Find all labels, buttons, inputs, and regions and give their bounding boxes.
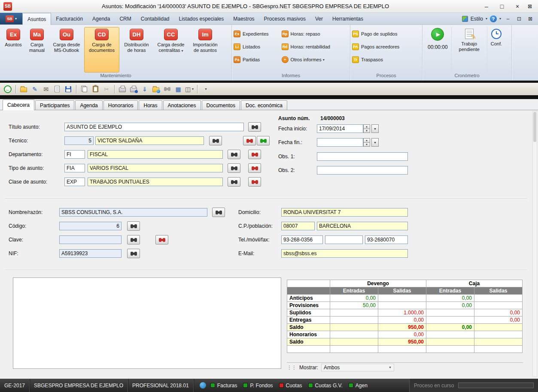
mostrar-select[interactable]: Ambos ▼ <box>321 364 394 371</box>
cronometro-start-button[interactable]: ▶ 00:00:00 <box>424 27 452 72</box>
edit-record-button[interactable]: ✎ <box>30 84 40 94</box>
tecnico-search-green-button[interactable] <box>257 136 270 145</box>
tab-doc-economica[interactable]: Doc. económica <box>241 100 287 110</box>
paste-button[interactable] <box>90 84 100 94</box>
telefono-input[interactable] <box>281 235 323 244</box>
maximize-button[interactable]: □ <box>494 3 510 10</box>
ribbon-importacion-asuntos-button[interactable]: Im Importación de asuntos <box>188 27 222 72</box>
menu-tab-maestros[interactable]: Maestros <box>228 13 259 24</box>
horas-repaso-button[interactable]: Rp Horas: repaso <box>282 30 348 38</box>
menu-tab-listados-especiales[interactable]: Listados especiales <box>174 13 228 24</box>
departamento-nombre-input[interactable] <box>88 150 223 159</box>
fecha-fin-input[interactable] <box>317 138 363 147</box>
otros-informes-button[interactable]: + Otros informes ▾ <box>282 55 348 64</box>
mdi-restore-button[interactable]: ⊡ <box>515 16 523 22</box>
horas-rentabilidad-button[interactable]: Rd Horas: rentabilidad <box>282 42 348 51</box>
clase-search-red-button[interactable] <box>248 177 261 187</box>
indicator-cuotas-gv[interactable]: Cuotas G.V. <box>308 383 343 389</box>
close-button[interactable]: × <box>510 3 525 10</box>
menu-tab-herramientas[interactable]: Herramientas <box>328 13 368 24</box>
departamento-search-button[interactable] <box>228 150 240 159</box>
departamento-codigo-input[interactable] <box>64 150 85 159</box>
tecnico-search-button[interactable] <box>209 136 222 145</box>
connection-icon[interactable] <box>200 382 206 389</box>
window-layout-button[interactable]: ◫▾ <box>184 84 195 94</box>
app-menu-button[interactable]: SB ▾ <box>0 13 22 24</box>
search-folder-button[interactable] <box>151 84 161 94</box>
indicator-agenda[interactable]: Agen <box>349 383 368 389</box>
scrollbar-thumb[interactable] <box>533 112 536 142</box>
poblacion-input[interactable] <box>317 222 408 230</box>
titulo-search-button[interactable] <box>248 122 261 132</box>
ribbon-distribucion-horas-button[interactable]: DH Distribución de horas <box>119 27 154 72</box>
nif-input[interactable] <box>59 249 122 258</box>
menu-tab-agenda[interactable]: Agenda <box>88 13 115 24</box>
help-icon[interactable]: ? <box>490 15 497 22</box>
tecnico-nombre-input[interactable] <box>95 136 204 145</box>
mdi-close-button[interactable]: ⊠ <box>526 16 535 22</box>
vertical-scrollbar[interactable] <box>532 111 537 377</box>
tecnico-search-red-button[interactable] <box>243 136 256 145</box>
minimize-button[interactable]: – <box>479 3 494 10</box>
cut-button[interactable]: ✂ <box>101 84 112 94</box>
clase-codigo-input[interactable] <box>64 178 85 186</box>
movil-input[interactable] <box>325 235 363 244</box>
codigo-input[interactable] <box>59 222 122 230</box>
obs2-input[interactable] <box>317 166 408 175</box>
back-button[interactable]: ← <box>3 84 13 94</box>
copy-button[interactable] <box>79 84 89 94</box>
pagos-acreedores-button[interactable]: PA Pagos acreedores <box>352 42 420 51</box>
pago-suplidos-button[interactable]: PS Pago de suplidos <box>352 30 420 38</box>
indicator-cuotas[interactable]: Cuotas <box>279 383 302 389</box>
tab-honorarios[interactable]: Honorarios <box>103 100 138 110</box>
tipo-nombre-input[interactable] <box>88 164 223 172</box>
expedientes-button[interactable]: Ex Expedientes <box>234 30 282 38</box>
partidas-button[interactable]: Pa Partidas <box>234 55 282 64</box>
save-button[interactable] <box>63 84 73 94</box>
nombre-search-button[interactable] <box>212 208 225 217</box>
new-folder-button[interactable] <box>18 84 29 94</box>
menu-tab-facturacion[interactable]: Facturación <box>51 13 88 24</box>
export-button[interactable]: ⇓ <box>140 84 150 94</box>
codigo-search-button[interactable] <box>127 221 140 231</box>
fecha-inicio-input[interactable] <box>317 124 363 133</box>
domicilio-input[interactable] <box>281 208 408 217</box>
tab-agenda[interactable]: Agenda <box>75 100 102 110</box>
tecnico-codigo-input[interactable] <box>64 136 94 145</box>
indicator-facturas[interactable]: Facturas <box>210 383 237 389</box>
tipo-search-button[interactable] <box>228 163 240 173</box>
clave-search-button[interactable] <box>127 235 140 244</box>
email-input[interactable] <box>281 249 408 258</box>
tab-cabecera[interactable]: Cabecera <box>3 100 34 110</box>
print-settings-button[interactable] <box>128 84 139 94</box>
find-button[interactable] <box>162 84 172 94</box>
mdi-minimize-button[interactable]: – <box>504 16 512 22</box>
fecha-fin-calendar-button[interactable]: ▼ <box>371 138 379 147</box>
ribbon-carga-centralitas-button[interactable]: CC Carga desde centralitas▾ <box>154 27 188 72</box>
mail-button[interactable]: ✉ <box>41 84 51 94</box>
clase-search-button[interactable] <box>228 177 240 187</box>
trabajo-pendiente-button[interactable]: Trabajo pendiente <box>452 27 487 72</box>
clave-input[interactable] <box>59 235 122 244</box>
table-grid-button[interactable]: ▦ <box>173 84 183 94</box>
ribbon-carga-outlook-button[interactable]: Ou Carga desde MS-Outlook <box>49 27 84 72</box>
print-button[interactable] <box>117 84 128 94</box>
close-window-icon[interactable]: ⊠ <box>525 3 535 9</box>
clave-search-red-button[interactable] <box>155 235 168 244</box>
fecha-fin-spinner[interactable]: ▲▼ <box>363 138 370 147</box>
tab-documentos[interactable]: Documentos <box>202 100 240 110</box>
tipo-search-red-button[interactable] <box>248 163 261 173</box>
menu-tab-ver[interactable]: Ver <box>310 13 328 24</box>
conf-button[interactable]: Conf. <box>487 27 505 72</box>
ribbon-carga-documentos-button[interactable]: CD Carga de documentos <box>84 27 119 72</box>
preview-document-button[interactable] <box>52 84 62 94</box>
listados-button[interactable]: Li Listados <box>234 42 282 51</box>
traspasos-button[interactable]: Tr Traspasos <box>352 55 420 64</box>
titulo-asunto-input[interactable] <box>64 123 244 131</box>
menu-tab-asuntos[interactable]: Asuntos <box>22 13 51 25</box>
tab-anotaciones[interactable]: Anotaciones <box>163 100 201 110</box>
clase-nombre-input[interactable] <box>88 178 223 186</box>
nif-search-button[interactable] <box>127 249 140 258</box>
cp-input[interactable] <box>281 222 315 230</box>
tipo-codigo-input[interactable] <box>64 164 85 172</box>
